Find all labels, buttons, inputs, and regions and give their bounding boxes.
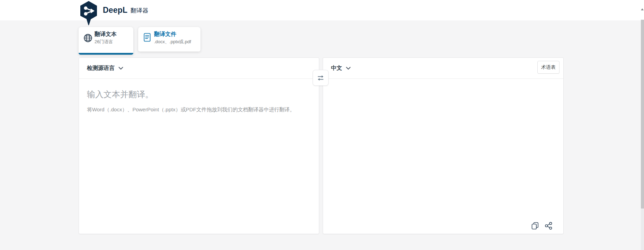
swap-languages-button[interactable] [313, 70, 329, 86]
brand-name: DeepL [103, 6, 127, 15]
chevron-down-icon [118, 67, 123, 70]
share-button[interactable] [544, 221, 553, 230]
deepl-logo-icon [79, 1, 98, 26]
deepl-translator-page: DeepL 翻译器 DeepL Pro API 价格 应用程序 免费 体验Pro… [0, 0, 644, 250]
tab-subtitle: .docx、.pptx或.pdf [154, 39, 191, 45]
copy-icon [531, 222, 539, 230]
source-text-input[interactable]: 输入文本并翻译。 将Word（.docx）、PowerPoint（.pptx）或… [79, 79, 319, 221]
source-language-label: 检测源语言 [87, 65, 115, 72]
brand-wordmark[interactable]: DeepL 翻译器 [103, 0, 148, 20]
swap-arrows-icon [317, 75, 324, 81]
deepl-logo[interactable] [79, 1, 98, 26]
tab-translate-text[interactable]: 翻译文本 26门语言 [79, 27, 133, 55]
target-language-bar: 中文 术语表 [323, 58, 563, 79]
source-language-selector[interactable]: 检测源语言 [87, 65, 123, 72]
tab-title: 翻译文本 [95, 31, 117, 38]
target-panel: 中文 术语表 [323, 57, 564, 234]
copy-button[interactable] [531, 221, 539, 230]
brand-product-label: 翻译器 [131, 7, 148, 15]
chevron-down-icon [346, 67, 351, 70]
document-icon [143, 33, 151, 43]
scrollbar-up-arrow[interactable] [641, 8, 644, 10]
target-language-selector[interactable]: 中文 [331, 65, 351, 72]
input-placeholder-title: 输入文本并翻译。 [87, 89, 305, 100]
output-actions [531, 221, 553, 230]
input-placeholder-hint: 将Word（.docx）、PowerPoint（.pptx）或PDF文件拖放到我… [87, 105, 295, 113]
source-panel: 检测源语言 输入文本并翻译。 将Word（.docx）、PowerPoint（.… [79, 57, 319, 234]
scrollbar-thumb[interactable] [641, 20, 644, 209]
tab-subtitle: 26门语言 [95, 39, 117, 45]
globe-icon [83, 34, 92, 44]
tab-title: 翻译文件 [154, 31, 191, 38]
glossary-button[interactable]: 术语表 [537, 61, 560, 74]
share-icon [545, 222, 552, 230]
target-language-label: 中文 [331, 65, 342, 72]
source-language-bar: 检测源语言 [79, 58, 319, 79]
tab-translate-files[interactable]: 翻译文件 .docx、.pptx或.pdf [138, 27, 200, 52]
